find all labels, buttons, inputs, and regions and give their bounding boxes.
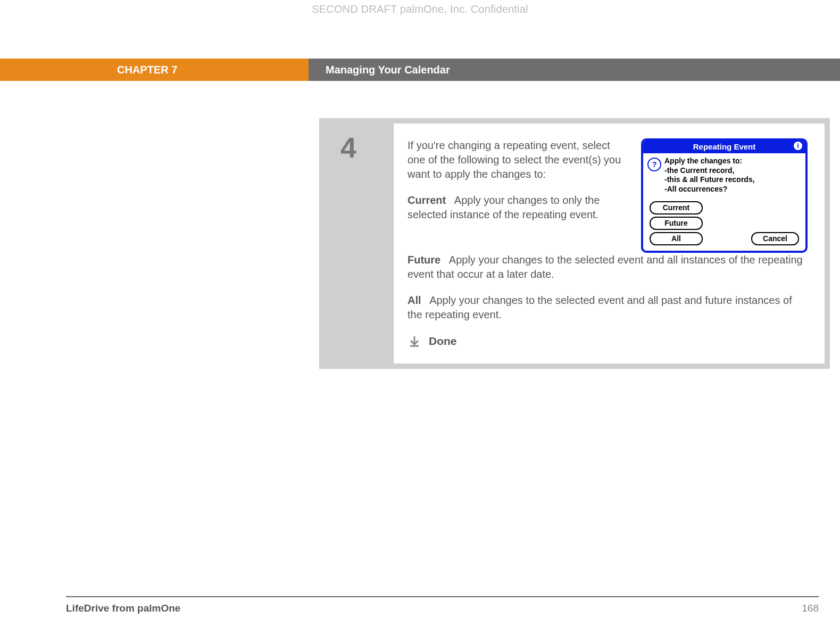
- chapter-label: CHAPTER 7: [0, 59, 309, 81]
- done-indicator: Done: [407, 334, 808, 349]
- question-icon: ?: [647, 158, 661, 171]
- dialog-msg-line1: Apply the changes to:: [664, 156, 755, 166]
- option-all: All Apply your changes to the selected e…: [407, 293, 808, 322]
- step-number: 4: [325, 123, 394, 364]
- page-footer: LifeDrive from palmOne 168: [66, 603, 819, 614]
- option-future: Future Apply your changes to the selecte…: [407, 253, 808, 282]
- option-future-label: Future: [407, 254, 440, 266]
- chapter-title: Managing Your Calendar: [309, 59, 840, 81]
- confidential-watermark: SECOND DRAFT palmOne, Inc. Confidential: [0, 3, 840, 15]
- down-arrow-icon: [407, 334, 421, 348]
- page: SECOND DRAFT palmOne, Inc. Confidential …: [0, 0, 840, 627]
- footer-rule: [66, 596, 819, 597]
- dialog-title: Repeating Event: [693, 142, 756, 152]
- repeating-event-dialog: Repeating Event i ? Apply the changes to…: [641, 138, 808, 253]
- option-future-text: Apply your changes to the selected event…: [407, 254, 803, 280]
- dialog-cancel-button[interactable]: Cancel: [751, 232, 799, 245]
- done-label: Done: [429, 334, 457, 349]
- dialog-titlebar: Repeating Event i: [643, 141, 805, 153]
- info-icon[interactable]: i: [794, 142, 802, 150]
- option-current: Current Apply your changes to only the s…: [407, 193, 626, 222]
- step-body: If you're changing a repeating event, se…: [394, 123, 825, 364]
- page-number: 168: [802, 603, 819, 614]
- dialog-msg-line4: -All occurrences?: [664, 185, 755, 194]
- dialog-current-button[interactable]: Current: [650, 201, 703, 214]
- footer-product-name: LifeDrive from palmOne: [66, 603, 180, 614]
- option-current-label: Current: [407, 194, 446, 206]
- step-container: 4 If you're changing a repeating event, …: [319, 118, 830, 369]
- option-all-text: Apply your changes to the selected event…: [407, 294, 792, 320]
- chapter-header: CHAPTER 7 Managing Your Calendar: [0, 59, 840, 81]
- dialog-msg-line2: -the Current record,: [664, 166, 755, 176]
- option-all-label: All: [407, 294, 421, 306]
- step-intro-text: If you're changing a repeating event, se…: [407, 138, 626, 182]
- dialog-future-button[interactable]: Future: [650, 217, 703, 230]
- dialog-msg-line3: -this & all Future records,: [664, 175, 755, 185]
- dialog-all-button[interactable]: All: [650, 232, 703, 245]
- dialog-message: Apply the changes to: -the Current recor…: [664, 156, 755, 194]
